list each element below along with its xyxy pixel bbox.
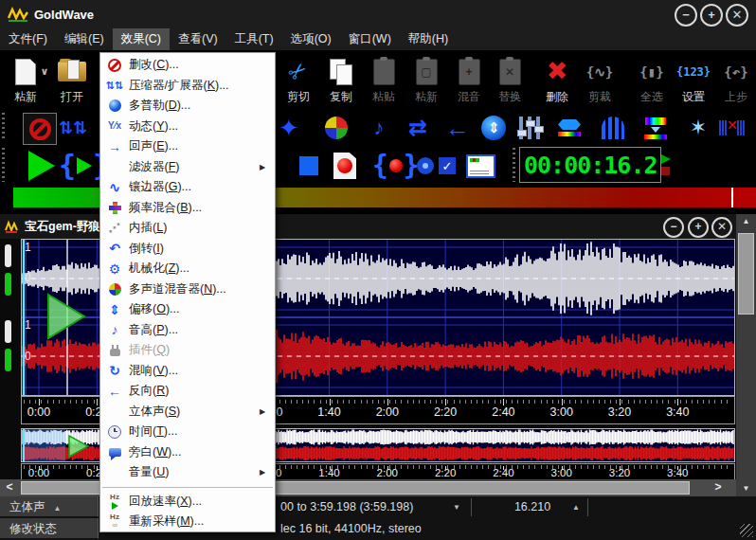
right-channel-indicator[interactable] bbox=[5, 320, 11, 343]
transport-stop-button[interactable] bbox=[299, 149, 318, 183]
axis-label: 3:00 bbox=[550, 405, 573, 419]
transport-play-button[interactable] bbox=[28, 149, 55, 183]
menu-item-14[interactable]: ♪音高(P)... bbox=[100, 320, 275, 341]
effects-toolbar-offset-circle-button[interactable]: ⇕ bbox=[477, 113, 510, 143]
menu-item-19[interactable]: 时间(T)... bbox=[100, 422, 275, 442]
up-triangle-icon[interactable]: ▲ bbox=[572, 496, 580, 518]
effects-toolbar-spectrum-arrow-button[interactable] bbox=[639, 113, 672, 143]
amplitude-label: 1 bbox=[25, 241, 31, 254]
vertical-scroll-thumb[interactable] bbox=[738, 233, 754, 315]
toolbar-grip[interactable] bbox=[513, 148, 515, 182]
effects-toolbar-split-arrows-button[interactable]: ⇄ bbox=[402, 113, 434, 143]
menubar-item-1[interactable]: 文件(F) bbox=[0, 28, 56, 50]
menu-item-1[interactable]: 删改(C)... bbox=[100, 55, 275, 76]
toolbar-cut-button[interactable]: ✂剪切 bbox=[278, 54, 319, 105]
menu-item-3[interactable]: 多普勒(D)... bbox=[100, 96, 275, 117]
effects-toolbar-pipes-button[interactable] bbox=[597, 113, 629, 143]
effects-toolbar-reverse-arrow-button[interactable]: ← bbox=[441, 113, 474, 143]
menu-item-16[interactable]: ↻混响(V)... bbox=[100, 361, 275, 382]
effects-toolbar-hexagon-spectrum-button[interactable] bbox=[553, 113, 585, 143]
axis-label: 2:00 bbox=[376, 405, 399, 419]
toolbar-select-all-button[interactable]: {▮}全选 bbox=[631, 54, 673, 105]
effects-toolbar-noise-gate-button[interactable]: ✕ bbox=[716, 113, 748, 143]
toolbar-paste-as-new-dropdown-button[interactable]: ∨ bbox=[39, 54, 50, 89]
transport-record-new-button[interactable] bbox=[333, 149, 356, 183]
submenu-arrow-icon: ▶ bbox=[260, 468, 275, 477]
menu-item-13[interactable]: ⇕偏移(O)... bbox=[100, 299, 275, 320]
minimize-icon[interactable]: − bbox=[675, 4, 697, 27]
toolbar-trim-button[interactable]: {∿}剪裁 bbox=[579, 54, 621, 105]
menu-item-20[interactable]: 旁白(W)... bbox=[100, 442, 275, 463]
menu-item-8[interactable]: 频率混合(B)... bbox=[100, 198, 275, 219]
menu-item-10[interactable]: ↶倒转(I) bbox=[100, 239, 275, 260]
effects-toolbar-equalizer-button[interactable] bbox=[513, 113, 546, 143]
scroll-right-icon[interactable]: > bbox=[709, 479, 728, 496]
toolbar-copy-button[interactable]: 复制 bbox=[320, 54, 362, 105]
transport-monitor-button[interactable] bbox=[417, 149, 434, 183]
effects-toolbar-compress-arrows-button[interactable]: ⇅⇅ bbox=[57, 113, 89, 143]
scroll-down-icon[interactable]: ▼ bbox=[736, 481, 756, 496]
left-channel-button[interactable] bbox=[5, 273, 11, 296]
toolbar-open-button[interactable]: 打开 bbox=[51, 54, 93, 105]
toolbar-grip[interactable] bbox=[2, 148, 5, 182]
pipes-icon bbox=[602, 117, 624, 139]
scroll-left-icon[interactable]: < bbox=[0, 479, 19, 496]
menu-item-24[interactable]: Hz∞重新采样(M)... bbox=[100, 512, 275, 532]
menu-item-18[interactable]: 立体声(S)▶ bbox=[100, 402, 275, 423]
toolbar-set-selection-button[interactable]: {123}设置 bbox=[673, 54, 714, 105]
status-channel-mode[interactable]: 立体声▲ bbox=[0, 496, 99, 517]
copy-icon bbox=[329, 59, 353, 85]
major-tick bbox=[387, 399, 388, 405]
menu-item-5[interactable]: →回声(E)... bbox=[100, 136, 275, 157]
effects-toolbar-pitch-note-button[interactable]: ♪ bbox=[363, 113, 395, 143]
status-selection-range: 00 to 3:59.198 (3:59.198) bbox=[280, 496, 413, 518]
transport-control-properties-button[interactable] bbox=[466, 149, 495, 183]
close-icon[interactable]: ✕ bbox=[726, 4, 748, 27]
menubar-item-6[interactable]: 选项(O) bbox=[282, 28, 340, 50]
toolbar-mix-button[interactable]: +混音 bbox=[448, 54, 490, 105]
menu-item-2[interactable]: ⇅⇅压缩器/扩展器(K)... bbox=[100, 76, 275, 97]
doc-maximize-icon[interactable]: + bbox=[688, 217, 709, 238]
menu-item-17[interactable]: ←反向(R) bbox=[100, 381, 275, 402]
toolbar-paste-new-button[interactable]: ▢粘新 bbox=[405, 54, 447, 105]
menu-item-7[interactable]: ∿镶边器(G)... bbox=[100, 177, 275, 198]
effects-toolbar-palette-button[interactable] bbox=[320, 113, 352, 143]
transport-record-selection-button[interactable]: {} bbox=[372, 149, 420, 183]
spectrum-arrow-icon bbox=[644, 117, 667, 139]
menubar-item-5[interactable]: 工具(T) bbox=[226, 28, 282, 50]
vertical-scrollbar[interactable]: ▲ ▼ bbox=[736, 214, 756, 496]
doc-close-icon[interactable]: ✕ bbox=[711, 217, 732, 238]
effects-toolbar-no-entry-button[interactable] bbox=[23, 113, 57, 145]
menu-item-4[interactable]: Y⁄x动态(Y)... bbox=[100, 117, 275, 137]
effects-toolbar-star-button[interactable]: ✦ bbox=[273, 113, 305, 143]
menubar-item-8[interactable]: 帮助(H) bbox=[400, 28, 457, 50]
transport-check-button[interactable]: ✓ bbox=[439, 149, 456, 183]
menubar-item-2[interactable]: 编辑(E) bbox=[56, 28, 113, 50]
major-tick bbox=[562, 399, 563, 405]
doc-minimize-icon[interactable]: − bbox=[663, 217, 684, 238]
effects-toolbar-spark-button[interactable]: ✶ bbox=[682, 113, 714, 143]
menu-item-12[interactable]: 多声道混音器(N)... bbox=[100, 279, 275, 300]
toolbar-grip[interactable] bbox=[2, 113, 5, 141]
menubar-item-4[interactable]: 查看(V) bbox=[170, 28, 226, 50]
resize-grip[interactable] bbox=[740, 524, 753, 537]
menu-item-21[interactable]: 音量(U)▶ bbox=[100, 462, 275, 483]
down-triangle-icon[interactable]: ▼ bbox=[453, 496, 460, 518]
toolbar-previous-step-button[interactable]: {↶}上步 bbox=[715, 54, 756, 105]
menu-item-11[interactable]: ⚙机械化(Z)... bbox=[100, 259, 275, 279]
menubar-item-7[interactable]: 窗口(W) bbox=[340, 28, 400, 50]
toolbar-delete-button[interactable]: ✖删除 bbox=[536, 54, 578, 105]
menu-item-9[interactable]: ⋰内插(L) bbox=[100, 218, 275, 239]
menu-item-23[interactable]: Hz回放速率(X)... bbox=[100, 492, 275, 513]
maximize-icon[interactable]: + bbox=[700, 4, 723, 27]
scroll-up-icon[interactable]: ▲ bbox=[736, 214, 756, 229]
menu-item-6[interactable]: 滤波器(F)▶ bbox=[100, 157, 275, 178]
menubar-item-3[interactable]: 效果(C) bbox=[113, 28, 170, 50]
menu-item-15[interactable]: 插件(Q) bbox=[100, 340, 275, 361]
status-modified-state: 修改状态 bbox=[0, 518, 99, 539]
right-channel-button[interactable] bbox=[5, 349, 11, 371]
toolbar-replace-button[interactable]: ✕替换 bbox=[489, 54, 531, 105]
toolbar-paste-button[interactable]: 粘贴 bbox=[363, 54, 405, 105]
left-channel-indicator[interactable] bbox=[5, 244, 11, 267]
effects-toolbar-clipped-button[interactable] bbox=[748, 113, 756, 143]
